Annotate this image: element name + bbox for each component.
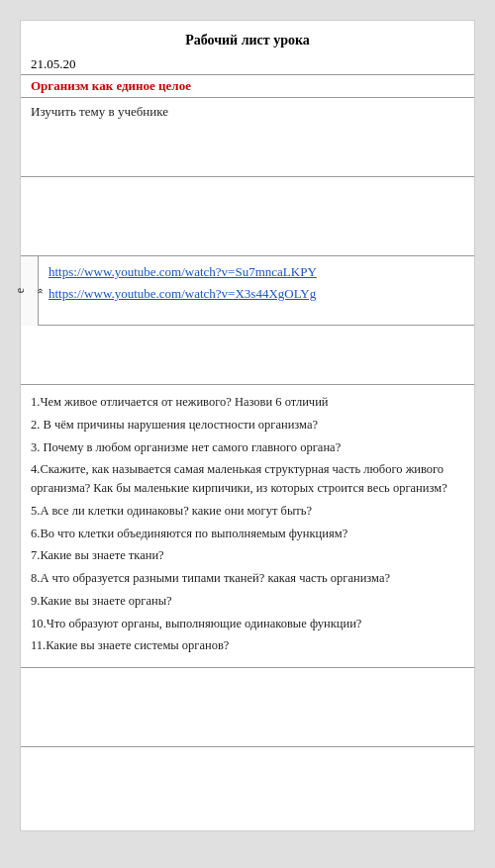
topic-row: Организм как единое целое [21,75,474,98]
label-column: е » [21,256,39,326]
side-label-e: е [11,284,30,297]
question-11: 11.Какие вы знаете системы органов? [31,636,464,655]
question-1: 1.Чем живое отличается от неживого? Назо… [31,393,464,412]
question-6: 6.Во что клетки объединяются по выполняе… [31,525,464,543]
links-section: https://www.youtube.com/watch?v=Su7mncaL… [39,256,474,326]
study-task-section: Изучить тему в учебнике [21,98,474,177]
question-8: 8.А что образуется разными типами тканей… [31,569,464,588]
empty-section-2 [21,326,474,385]
question-5: 5.А все ли клетки одинаковы? какие они м… [31,502,464,521]
empty-section-1 [21,177,474,256]
side-label-quote: » [30,284,49,298]
questions-section: 1.Чем живое отличается от неживого? Назо… [21,385,474,668]
question-4: 4.Скажите, как называется самая маленька… [31,460,464,498]
bottom-empty-1 [21,668,474,747]
link-content-col: https://www.youtube.com/watch?v=Su7mncaL… [39,256,474,326]
question-10: 10.Что образуют органы, выполняющие один… [31,615,464,633]
worksheet-page: Рабочий лист урока 21.05.20 Организм как… [20,20,475,831]
page-title: Рабочий лист урока [21,21,474,54]
youtube-link-1[interactable]: https://www.youtube.com/watch?v=Su7mncaL… [49,264,464,280]
study-task-text: Изучить тему в учебнике [31,104,168,119]
date-row: 21.05.20 [21,54,474,75]
youtube-link-2[interactable]: https://www.youtube.com/watch?v=X3s44XgO… [49,286,464,302]
question-2: 2. В чём причины нарушения целостности о… [31,416,464,434]
date-text: 21.05.20 [31,56,76,71]
topic-text: Организм как единое целое [31,78,191,93]
question-3: 3. Почему в любом организме нет самого г… [31,438,464,457]
labeled-section: е » https://www.youtube.com/watch?v=Su7m… [21,256,474,326]
question-9: 9.Какие вы знаете органы? [31,592,464,611]
question-7: 7.Какие вы знаете ткани? [31,546,464,565]
